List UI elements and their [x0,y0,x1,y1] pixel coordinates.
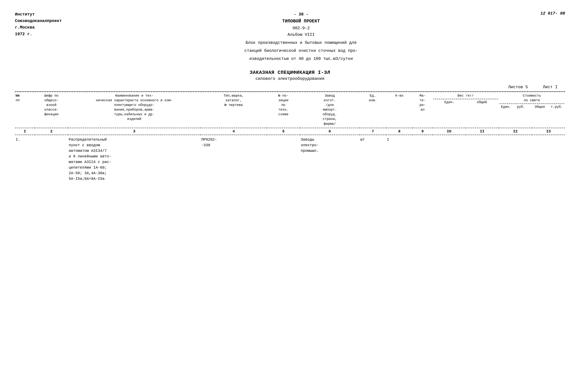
col-num-12: I2 [499,128,532,135]
col-num-8: 8 [386,128,413,135]
row1-col6: Заводы электро- промышл. [300,135,360,184]
sheets-info: Листов 5 Лист I [15,85,565,90]
spec-title-main: ЗАКАЗНАЯ СПЕЦИФИКАЦИЯ I-ЭЛ [15,70,565,75]
spec-title-block: ЗАКАЗНАЯ СПЕЦИФИКАЦИЯ I-ЭЛ силового элек… [15,70,565,81]
col-header-5: № по- зиции по техн. схеме [267,92,300,128]
doc-title: ТИПОВОЙ ПРОЕКТ [244,18,358,25]
document-center-info: - 38 - ТИПОВОЙ ПРОЕКТ 902-9-2 Альбом VII… [244,11,358,62]
institute-name-line2: Союзводоканалпроект [15,18,62,24]
col-header-1: №№ пп [15,92,35,128]
row1-col1: I. [15,135,35,184]
doc-album: Альбом VIII [244,31,358,38]
page-number: - 38 - [244,11,358,18]
col-header-10-11: Вес /кг/ Един. общий [433,92,499,128]
doc-number: 12 617- 08 [540,11,565,16]
col-header-2: Шифр по общесо- взной класси- фикации [35,92,68,128]
col-num-11: II [465,128,499,135]
col-num-10: IO [433,128,466,135]
col-num-7: 7 [360,128,386,135]
col-header-3: Наименование и тех- ническая характерист… [68,92,200,128]
institute-name-line1: Институт [15,11,62,18]
sheets-current: Лист I [543,85,558,90]
col-header-9: Ма- те- ри- ал [413,92,433,128]
row1-col2 [35,135,68,184]
col-header-7: Ед. изм. [360,92,386,128]
row1-col10 [433,135,466,184]
col-num-5: 5 [267,128,300,135]
col-num-2: 2 [35,128,68,135]
col-num-1: I [15,128,35,135]
table-header-row: №№ пп Шифр по общесо- взной класси- фика… [15,92,565,128]
spec-table: №№ пп Шифр по общесо- взной класси- фика… [15,91,565,184]
doc-desc-line2: станций биологической очистки сточных во… [244,48,358,54]
col-num-6: 6 [300,128,360,135]
spec-title-sub: силового электрооборудования [15,77,565,81]
doc-code: 902-9-2 [244,25,358,31]
row1-col13 [532,135,565,184]
col-header-4: Тип,марка, каталог, № чертежа [200,92,267,128]
col-num-4: 4 [200,128,267,135]
row1-col8: I [386,135,413,184]
sheets-total: Листов 5 [508,85,528,90]
institute-city: г.Москва [15,24,62,31]
row1-col3: Распределительный пункт с вводом автомат… [68,135,200,184]
col-header-8: К-во [386,92,413,128]
col-header-12-13: Стоимость по смете Един. руб. Общая т.ру… [499,92,565,128]
doc-desc-line3: изводительностью от 40 до 100 тыс.м3/сут… [244,56,358,62]
col-header-6: Завод изгот. /для импорт. оборуд. страна… [300,92,360,128]
col-num-3: 3 [68,128,200,135]
table-row: I. Распределительный пункт с вводом авто… [15,135,565,184]
column-numbers-row: I 2 3 4 5 6 7 8 9 IO II I2 I3 [15,128,565,135]
col-num-13: I3 [532,128,565,135]
doc-desc-line1: Блок производственных и бытовых помещени… [244,40,358,46]
col-num-9: 9 [413,128,433,135]
row1-col9 [413,135,433,184]
institute-year: 1972 г. [15,31,62,37]
institute-info: Институт Союзводоканалпроект г.Москва 19… [15,11,62,37]
row1-col5 [267,135,300,184]
page-header: Институт Союзводоканалпроект г.Москва 19… [15,11,565,62]
row1-col4: ПР9282- -338 [200,135,267,184]
row1-col11 [465,135,499,184]
page: Институт Союзводоканалпроект г.Москва 19… [15,11,565,384]
row1-col7: шт [360,135,386,184]
row1-col12 [499,135,532,184]
data-table: №№ пп Шифр по общесо- взной класси- фика… [15,92,565,184]
